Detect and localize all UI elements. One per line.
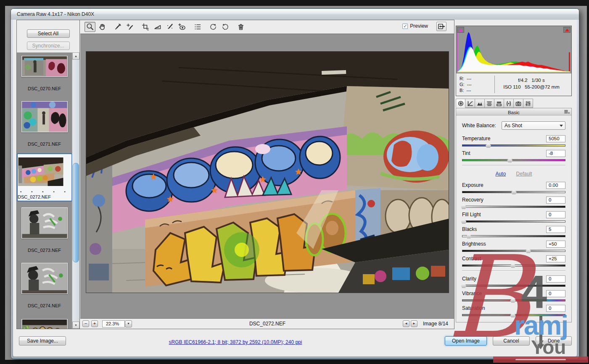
photo-preview[interactable] — [86, 51, 449, 293]
brightness-value[interactable]: +50 — [546, 241, 565, 248]
thumbnail-filename: DSC_0273.NEF — [17, 248, 72, 253]
previous-image-button[interactable]: ◄ — [403, 320, 409, 327]
zoom-level-dropdown[interactable]: ▼ — [125, 320, 132, 327]
highlight-clipping-toggle[interactable] — [563, 27, 571, 33]
rotate-left-button[interactable] — [208, 22, 219, 32]
slider-tint: Tint-8 — [462, 149, 565, 161]
fullscreen-toggle-button[interactable] — [436, 22, 446, 31]
tint-slider[interactable] — [462, 159, 565, 161]
clarity-slider[interactable] — [462, 285, 565, 287]
thumbnail-dsc-0271[interactable]: DSC_0271.NEF — [17, 101, 72, 147]
white-balance-label: White Balance: — [462, 123, 502, 128]
contrast-value[interactable]: +25 — [546, 255, 565, 262]
rating-dots[interactable]: • • • • • — [20, 190, 71, 194]
scrollbar-thumb[interactable] — [73, 163, 79, 262]
cancel-button[interactable]: Cancel — [493, 336, 530, 346]
b-value: B: --- — [460, 87, 494, 93]
hand-tool-button[interactable] — [97, 22, 108, 32]
thumbnail-image — [21, 56, 68, 77]
workflow-options-link[interactable]: sRGB IEC61966-2.1; 8 bit; 3872 by 2592 (… — [169, 339, 302, 345]
open-image-button[interactable]: Open Image — [445, 336, 487, 346]
default-link[interactable]: Default — [516, 171, 532, 177]
vibrance-slider[interactable] — [462, 299, 565, 301]
exposure-value[interactable]: 0.00 — [546, 182, 565, 189]
zoom-in-button[interactable]: + — [91, 320, 98, 327]
color-sampler-tool-button[interactable] — [124, 22, 135, 32]
tab-split-toning[interactable] — [494, 99, 504, 108]
exposure-slider[interactable] — [462, 191, 565, 193]
vibrance-value[interactable]: 0 — [546, 290, 565, 297]
blacks-slider[interactable] — [462, 235, 565, 237]
thumbnail-filename: DSC_0274.NEF — [17, 303, 72, 308]
slider-fill-light: Fill Light0 — [462, 211, 565, 223]
slider-thumb[interactable] — [510, 263, 516, 268]
recovery-slider[interactable] — [462, 206, 565, 208]
dialog-content: Select All Synchronize... — [13, 20, 577, 356]
white-balance-select[interactable]: As Shot — [502, 121, 565, 130]
next-image-button[interactable]: ► — [411, 320, 417, 327]
clarity-value[interactable]: 0 — [546, 275, 565, 283]
tab-detail[interactable] — [475, 99, 485, 108]
select-all-button[interactable]: Select All — [27, 29, 70, 38]
thumbnail-dsc-0275[interactable] — [17, 319, 72, 329]
saturation-value[interactable]: 0 — [546, 305, 565, 312]
thumbnail-image — [21, 101, 68, 132]
temperature-value[interactable]: 5050 — [546, 135, 565, 142]
filmstrip: DSC_0270.NEF — [17, 52, 79, 329]
tab-basic[interactable] — [456, 99, 465, 108]
filmstrip-scrollbar[interactable]: ▲ ▼ — [72, 52, 79, 329]
thumbnail-dsc-0272-selected[interactable]: • • • • • DSC_0272.NEF — [17, 153, 72, 202]
slider-thumb[interactable] — [510, 298, 516, 303]
scroll-up-button[interactable]: ▲ — [72, 52, 79, 60]
brightness-slider[interactable] — [462, 250, 565, 252]
zoom-tool-button[interactable] — [85, 22, 95, 32]
recovery-value[interactable]: 0 — [546, 196, 565, 204]
scroll-down-button[interactable]: ▼ — [72, 322, 79, 329]
tab-presets[interactable] — [523, 99, 533, 108]
r-value: R: --- — [460, 76, 494, 81]
tab-hsl-grayscale[interactable] — [485, 99, 494, 108]
auto-link[interactable]: Auto — [495, 171, 506, 177]
retouch-tool-button[interactable] — [164, 22, 175, 32]
preview-column: ✓ Preview — [80, 20, 454, 329]
tab-camera-calibration[interactable] — [514, 99, 523, 108]
slider-thumb[interactable] — [510, 313, 516, 317]
white-balance-tool-button[interactable] — [112, 22, 123, 32]
zoom-out-button[interactable]: − — [82, 320, 89, 327]
fill-light-slider[interactable] — [462, 220, 565, 223]
contrast-slider[interactable] — [462, 264, 565, 267]
slider-thumb[interactable] — [511, 190, 517, 194]
delete-button[interactable] — [235, 22, 246, 32]
done-button[interactable]: Done — [536, 336, 572, 346]
slider-thumb[interactable] — [507, 158, 512, 162]
slider-thumb[interactable] — [486, 143, 491, 148]
tab-tone-curve[interactable] — [465, 99, 475, 108]
preview-bottom-bar: − + 22.3% ▼ DSC_0272.NEF ◄ ► Image 8/14 — [80, 318, 454, 329]
tab-lens-corrections[interactable] — [504, 99, 514, 108]
thumbnail-dsc-0274[interactable]: DSC_0274.NEF — [17, 263, 72, 308]
panel-menu-icon[interactable] — [564, 109, 570, 116]
thumbnail-dsc-0273[interactable]: DSC_0273.NEF — [17, 207, 72, 253]
straighten-tool-button[interactable] — [152, 22, 163, 32]
slider-thumb[interactable] — [461, 283, 466, 288]
tint-value[interactable]: -8 — [546, 150, 565, 157]
slider-thumb[interactable] — [461, 204, 466, 209]
slider-blacks: Blacks5 — [462, 225, 565, 237]
crop-tool-button[interactable] — [140, 22, 151, 32]
synchronize-button[interactable]: Synchronize... — [27, 42, 70, 50]
slider-thumb[interactable] — [466, 234, 472, 238]
preferences-button[interactable] — [192, 22, 203, 32]
zoom-level-value[interactable]: 22.3% — [102, 320, 125, 327]
fill-light-value[interactable]: 0 — [546, 211, 565, 218]
slider-thumb[interactable] — [461, 219, 466, 224]
title-bar[interactable]: Camera Raw 4.1x17 - Nikon D40X — [11, 9, 579, 20]
red-eye-tool-button[interactable] — [177, 22, 188, 32]
rotate-right-button[interactable] — [220, 22, 231, 32]
slider-thumb[interactable] — [526, 249, 531, 253]
preview-checkbox[interactable]: ✓ — [402, 24, 408, 29]
thumbnail-dsc-0270[interactable]: DSC_0270.NEF — [17, 56, 72, 91]
blacks-value[interactable]: 5 — [546, 226, 565, 233]
temperature-slider[interactable] — [462, 144, 565, 147]
shadow-clipping-toggle[interactable] — [457, 27, 464, 33]
saturation-slider[interactable] — [462, 314, 565, 316]
